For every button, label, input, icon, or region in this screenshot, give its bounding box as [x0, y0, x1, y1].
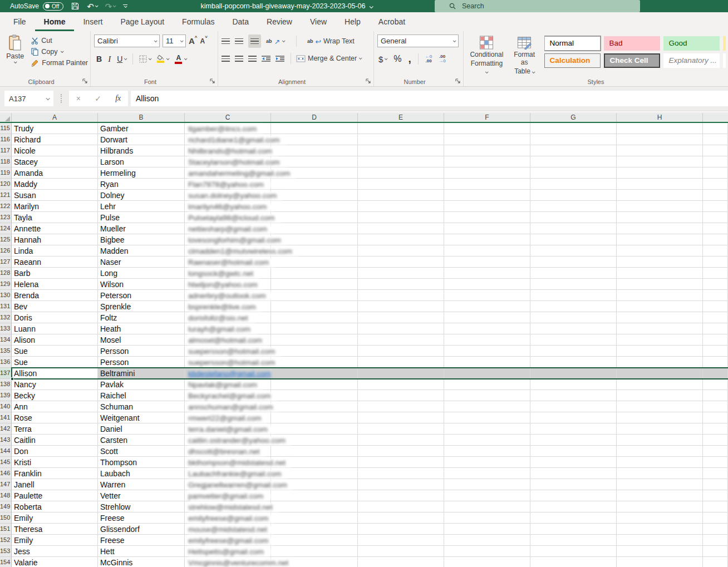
cell[interactable]: kbdestefano@gmail.com [185, 368, 271, 379]
bold-button[interactable]: B [96, 55, 102, 63]
cell[interactable] [703, 290, 728, 301]
cell[interactable] [444, 223, 530, 234]
cell[interactable]: richard1diane1@gmail.com [185, 134, 271, 145]
row-header-117[interactable]: 117 [0, 145, 12, 156]
cell[interactable] [617, 535, 703, 546]
borders-button[interactable] [139, 55, 151, 63]
row-header-141[interactable]: 141 [0, 412, 12, 423]
cell[interactable]: Jess [12, 546, 98, 557]
cell[interactable]: Luann [12, 323, 98, 334]
cell[interactable] [530, 156, 617, 167]
cell[interactable]: Brenda [12, 290, 98, 301]
row-header-148[interactable]: 148 [0, 490, 12, 501]
cell[interactable] [358, 379, 444, 390]
cell[interactable] [358, 334, 444, 346]
cell[interactable] [530, 390, 617, 401]
row-header-136[interactable]: 136 [0, 357, 12, 368]
cell[interactable] [444, 301, 530, 312]
cell[interactable] [271, 379, 358, 390]
cell[interactable]: adnerbry@outlook.com [185, 290, 271, 301]
cell[interactable] [617, 234, 703, 245]
cell[interactable] [358, 301, 444, 312]
cell[interactable]: Nancy [12, 379, 98, 390]
cell[interactable]: bsprenkle@live.com [185, 301, 271, 312]
cell[interactable] [530, 323, 617, 334]
cell[interactable]: Carsten [98, 435, 185, 446]
row-header-145[interactable]: 145 [0, 457, 12, 468]
row-header-144[interactable]: 144 [0, 446, 12, 457]
search-input[interactable]: Search [435, 0, 640, 12]
cell[interactable] [444, 446, 530, 457]
comma-format-button[interactable]: , [409, 53, 411, 65]
row-header-140[interactable]: 140 [0, 401, 12, 412]
underline-button[interactable]: U [117, 55, 126, 63]
cell[interactable] [617, 557, 703, 567]
cell[interactable] [530, 223, 617, 234]
cell[interactable]: Bigbee [98, 234, 185, 245]
cell[interactable] [703, 512, 728, 524]
cell[interactable] [358, 123, 444, 134]
cell[interactable] [617, 279, 703, 290]
cell[interactable] [271, 179, 358, 190]
cell-style-bad[interactable]: Bad [604, 36, 660, 51]
row-header-118[interactable]: 118 [0, 156, 12, 167]
cell[interactable] [703, 268, 728, 279]
row-header-133[interactable]: 133 [0, 323, 12, 334]
cell[interactable]: Heath [98, 323, 185, 334]
cell-style-calculation[interactable]: Calculation [544, 53, 601, 68]
cell[interactable]: Weitgenant [98, 412, 185, 423]
cell[interactable]: Valarie [12, 557, 98, 567]
cell[interactable] [444, 257, 530, 268]
cell[interactable]: Dorwart [98, 134, 185, 145]
row-header-135[interactable]: 135 [0, 346, 12, 357]
cell[interactable]: Lehr [98, 201, 185, 212]
cell[interactable]: Staceylarson@hotmail.com [185, 156, 271, 167]
cancel-button[interactable]: × [76, 94, 81, 103]
cell[interactable] [703, 457, 728, 468]
cell[interactable] [444, 557, 530, 567]
cell[interactable] [444, 524, 530, 535]
cell[interactable] [444, 512, 530, 524]
tab-page-layout[interactable]: Page Layout [111, 12, 173, 31]
cell[interactable]: clmadden1@mutvwireless.com [185, 245, 271, 257]
row-header-132[interactable]: 132 [0, 312, 12, 323]
cell[interactable] [617, 423, 703, 435]
cell[interactable]: Amanda [12, 167, 98, 179]
orientation-button[interactable]: ab↗ [266, 37, 284, 46]
cell[interactable]: Laubachfrankie@gmail.com [185, 468, 271, 479]
cell[interactable] [530, 212, 617, 223]
cell[interactable]: Franklin [12, 468, 98, 479]
cell[interactable] [358, 468, 444, 479]
cell[interactable] [444, 468, 530, 479]
cell[interactable] [358, 134, 444, 145]
cell[interactable] [703, 435, 728, 446]
cell[interactable]: Kristi [12, 457, 98, 468]
cell[interactable] [358, 268, 444, 279]
cell-style-hyperlink[interactable]: Hyperlink [723, 53, 726, 68]
cell[interactable] [617, 156, 703, 167]
cell[interactable] [358, 524, 444, 535]
cell[interactable]: Hilbrands [98, 145, 185, 156]
percent-format-button[interactable]: % [393, 54, 401, 64]
cell[interactable]: Laubach [98, 468, 185, 479]
cell[interactable]: Scott [98, 446, 185, 457]
cell[interactable]: Flan7878@yahoo.com [185, 179, 271, 190]
cell[interactable] [358, 557, 444, 567]
row-header-143[interactable]: 143 [0, 435, 12, 446]
cell[interactable]: emilyfreese@gmail.com [185, 535, 271, 546]
align-left-button[interactable] [222, 56, 230, 62]
cell[interactable] [444, 134, 530, 145]
cell[interactable] [271, 223, 358, 234]
cell[interactable] [444, 290, 530, 301]
row-header-151[interactable]: 151 [0, 524, 12, 535]
cell[interactable] [617, 190, 703, 201]
cell[interactable] [444, 179, 530, 190]
tab-formulas[interactable]: Formulas [173, 12, 223, 31]
cell[interactable] [444, 279, 530, 290]
select-all-button[interactable] [0, 113, 12, 122]
cell[interactable] [530, 312, 617, 323]
cell[interactable]: Vmcginnis@venturecomm.net [185, 557, 271, 567]
number-format-select[interactable]: General [377, 34, 459, 47]
increase-indent-button[interactable] [276, 56, 284, 62]
cell[interactable] [358, 357, 444, 368]
